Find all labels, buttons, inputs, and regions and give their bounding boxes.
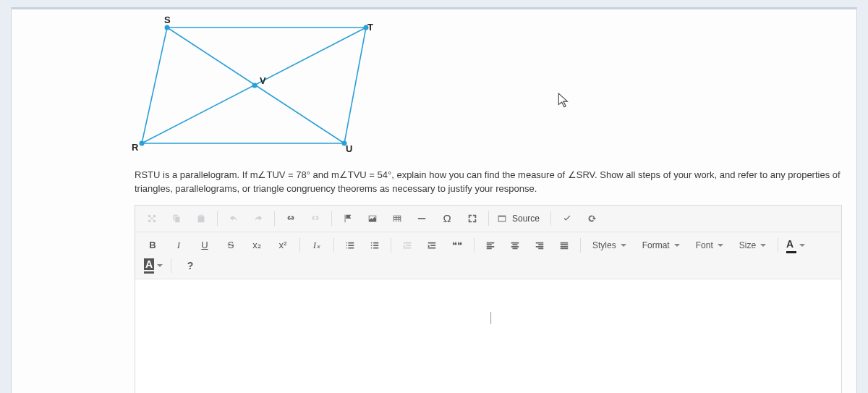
text-color-button[interactable]: A [784,237,807,253]
format-combo[interactable]: Format [637,237,685,254]
vertex-R: R [132,142,138,153]
undo-icon [223,210,244,227]
strike-button[interactable]: S [219,237,242,254]
paste-icon [190,210,212,227]
align-center-button[interactable] [504,237,526,254]
align-justify-button[interactable] [553,237,575,254]
outdent-button [396,237,418,254]
question-prompt: RSTU is a parallelogram. If m∠TUV = 78° … [135,169,842,196]
svg-point-8 [371,242,373,243]
specialchar-icon[interactable]: Ω [435,210,459,227]
vertex-U: U [346,143,352,154]
vertex-T: T [367,22,373,33]
table-icon[interactable] [386,210,408,227]
svg-point-6 [165,25,170,30]
spellcheck-icon[interactable] [556,210,578,227]
vertex-V: V [260,75,266,86]
mouse-cursor [558,93,571,111]
image-icon[interactable] [362,210,383,227]
size-combo[interactable]: Size [734,237,771,254]
unlink-icon [305,210,326,227]
align-right-button[interactable] [529,237,550,254]
help-button[interactable]: ? [179,257,201,274]
remove-format-button[interactable]: Iₓ [305,237,328,254]
rich-text-editor: Ω Source B I U S x₂ x² Iₓ [135,205,842,393]
question-panel: S T U R V RSTU is a parallelogram. If m∠… [11,7,857,393]
editor-textarea[interactable]: │ [135,279,841,393]
flag-icon[interactable] [337,210,359,227]
maximize-icon[interactable] [461,210,483,227]
subscript-button[interactable]: x₂ [245,237,268,254]
indent-button[interactable] [421,237,443,254]
copy-icon [166,210,187,227]
link-icon[interactable] [280,210,302,227]
redo-icon [247,210,269,227]
bullet-list-button[interactable] [364,237,386,254]
superscript-button[interactable]: x² [271,237,294,254]
numbered-list-button[interactable] [339,237,361,254]
bg-color-button[interactable]: A [142,258,165,274]
hr-icon[interactable] [411,210,433,227]
font-combo[interactable]: Font [691,237,728,254]
svg-point-3 [140,141,145,146]
cut-icon [141,210,163,227]
parallelogram-diagram: S T U R V [127,13,373,158]
toolbar-row-1: Ω Source [135,206,841,232]
blockquote-button[interactable]: ❝❝ [446,237,469,254]
source-label: Source [509,214,542,224]
refresh-icon[interactable] [581,210,603,227]
svg-point-9 [371,245,373,246]
align-left-button[interactable] [480,237,501,254]
svg-point-7 [252,83,258,88]
styles-combo[interactable]: Styles [587,237,631,254]
italic-button[interactable]: I [167,237,190,254]
source-button[interactable]: Source [494,210,545,227]
vertex-S: S [164,14,171,25]
toolbar-row-2: B I U S x₂ x² Iₓ ❝❝ Styles Format Font S… [135,232,841,279]
bold-button[interactable]: B [141,237,164,254]
text-caret: │ [488,312,495,324]
svg-point-10 [371,247,373,248]
underline-button[interactable]: U [193,237,216,254]
